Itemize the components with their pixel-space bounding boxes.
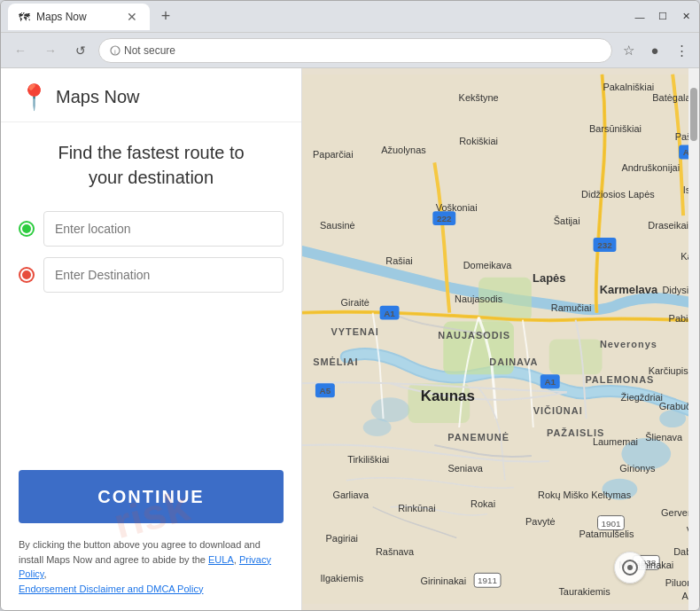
svg-text:Barsūniškiai: Barsūniškiai <box>589 123 642 134</box>
svg-text:Naujasodis: Naujasodis <box>455 294 503 304</box>
not-secure-label: Not secure <box>124 44 175 57</box>
map-scrollbar-thumb[interactable] <box>690 88 697 141</box>
security-indicator: i Not secure <box>110 44 175 57</box>
svg-text:Batėgalai: Batėgalai <box>652 92 693 103</box>
location-input-group <box>19 211 284 247</box>
tab-close-button[interactable]: ✕ <box>125 10 139 24</box>
endorsement-link[interactable]: Endorsement Disclaimer and DMCA Policy <box>19 584 203 594</box>
svg-text:PANEMUNĖ: PANEMUNĖ <box>447 432 509 443</box>
not-secure-icon: i <box>110 45 121 56</box>
svg-text:Šatijai: Šatijai <box>554 215 580 226</box>
search-section: Find the fastest route to your destinati… <box>1 122 301 463</box>
svg-text:Rokiškiai: Rokiškiai <box>459 136 498 146</box>
svg-text:A1: A1 <box>544 377 556 387</box>
svg-text:PALEMONAS: PALEMONAS <box>585 374 654 385</box>
svg-text:Rinkūnai: Rinkūnai <box>398 503 436 513</box>
map-circle-button[interactable] <box>614 552 646 584</box>
app-name-label: Maps Now <box>56 87 139 107</box>
location-dot-red <box>19 267 35 283</box>
reload-button[interactable]: ↺ <box>68 38 93 63</box>
svg-text:i: i <box>114 47 116 55</box>
tab-favicon: 🗺 <box>19 11 31 23</box>
svg-text:Pagiriai: Pagiriai <box>326 533 358 544</box>
svg-text:Kekštyne: Kekštyne <box>459 92 499 103</box>
svg-text:Garliava: Garliava <box>332 490 369 500</box>
svg-text:Rašiai: Rašiai <box>385 255 412 266</box>
svg-text:Lapės: Lapės <box>533 271 565 285</box>
browser-window: 🗺 Maps Now ✕ + — ☐ ✕ ← → ↺ i Not secure <box>0 0 700 611</box>
eula-link[interactable]: EULA <box>208 554 234 565</box>
map-svg: A1 222 232 A1 A6 1901 1938 <box>302 68 699 610</box>
svg-text:Karčiupis: Karčiupis <box>649 365 689 376</box>
account-icon[interactable]: ● <box>644 40 665 61</box>
svg-text:Didžiosios Lapės: Didžiosios Lapės <box>581 189 655 200</box>
search-title: Find the fastest route to your destinati… <box>19 140 284 190</box>
back-button[interactable]: ← <box>8 38 33 63</box>
svg-text:A1: A1 <box>384 309 395 318</box>
svg-text:Laumemai: Laumemai <box>593 436 638 447</box>
svg-text:Rokai: Rokai <box>471 498 495 509</box>
svg-text:232: 232 <box>597 240 612 250</box>
svg-text:Seniava: Seniava <box>447 463 483 474</box>
svg-text:Ramučiai: Ramučiai <box>551 302 592 313</box>
svg-text:Pakalniškiai: Pakalniškiai <box>603 82 654 92</box>
circle-btn-icon <box>621 559 639 576</box>
svg-text:Draseikai: Draseikai <box>648 220 688 231</box>
footer-text: By clicking the button above you agree t… <box>1 523 301 610</box>
location-dot-green <box>19 221 35 237</box>
new-tab-button[interactable]: + <box>153 4 178 29</box>
svg-point-6 <box>371 397 410 422</box>
svg-text:Tirkiliškiai: Tirkiliškiai <box>347 454 389 465</box>
active-tab[interactable]: 🗺 Maps Now ✕ <box>8 4 150 30</box>
app-logo-icon: 📍 <box>19 82 47 111</box>
svg-text:Ažuolynas: Ažuolynas <box>381 145 426 155</box>
left-panel: 📍 Maps Now Find the fastest route to you… <box>1 68 302 610</box>
title-bar: 🗺 Maps Now ✕ + — ☐ ✕ <box>1 1 699 33</box>
menu-icon[interactable]: ⋮ <box>671 40 692 61</box>
maximize-button[interactable]: ☐ <box>657 11 669 23</box>
svg-text:Patamulšelis: Patamulšelis <box>579 529 634 540</box>
svg-text:SMĖLIAI: SMĖLIAI <box>313 356 358 367</box>
svg-text:Žiegždriai: Žiegždriai <box>621 392 663 403</box>
svg-point-5 <box>659 410 686 427</box>
svg-text:Rokų Miško Keltymas: Rokų Miško Keltymas <box>538 490 632 500</box>
svg-text:Paparčiai: Paparčiai <box>313 149 354 160</box>
svg-text:Taurakiemis: Taurakiemis <box>558 586 611 597</box>
svg-text:Sausinė: Sausinė <box>320 220 355 231</box>
minimize-button[interactable]: — <box>634 11 646 23</box>
svg-text:Kaunas: Kaunas <box>421 388 475 404</box>
svg-text:Ilgakiemis: Ilgakiemis <box>320 573 363 584</box>
svg-text:Domeikava: Domeikava <box>463 260 513 270</box>
svg-text:Pavytė: Pavytė <box>525 516 555 527</box>
svg-text:Andruškonijai: Andruškonijai <box>621 162 680 173</box>
address-input-field[interactable]: i Not secure <box>98 38 612 63</box>
forward-button[interactable]: → <box>38 38 63 63</box>
destination-input[interactable] <box>43 257 284 293</box>
map-scrollbar[interactable] <box>688 68 699 610</box>
svg-text:Rašnava: Rašnava <box>376 546 415 557</box>
title-bar-left: 🗺 Maps Now ✕ + <box>8 4 634 30</box>
svg-text:222: 222 <box>437 214 452 223</box>
svg-text:1901: 1901 <box>601 519 621 529</box>
destination-input-group <box>19 257 284 293</box>
svg-point-7 <box>363 419 392 436</box>
svg-text:VIČIŪNAI: VIČIŪNAI <box>533 405 583 416</box>
address-bar-icons: ☆ ● ⋮ <box>618 40 692 61</box>
app-header: 📍 Maps Now <box>1 68 301 122</box>
svg-text:A5: A5 <box>320 386 331 396</box>
continue-button[interactable]: CONTINUE <box>19 470 284 523</box>
svg-text:DAINAVA: DAINAVA <box>489 356 538 367</box>
svg-text:Voškoniai: Voškoniai <box>436 202 478 213</box>
svg-text:Giraitė: Giraitė <box>341 297 369 308</box>
address-bar: ← → ↺ i Not secure ☆ ● ⋮ <box>1 33 699 68</box>
bookmark-icon[interactable]: ☆ <box>618 40 639 61</box>
location-input[interactable] <box>43 211 284 247</box>
page-content: 📍 Maps Now Find the fastest route to you… <box>1 68 699 610</box>
tab-title-text: Maps Now <box>36 11 120 23</box>
svg-text:Šlienava: Šlienava <box>645 432 683 443</box>
close-window-button[interactable]: ✕ <box>680 11 692 23</box>
svg-text:Girininakai: Girininakai <box>420 576 466 586</box>
map-panel: A1 222 232 A1 A6 1901 1938 <box>302 68 699 610</box>
svg-text:1911: 1911 <box>478 576 498 585</box>
svg-text:Girionys: Girionys <box>619 463 656 474</box>
